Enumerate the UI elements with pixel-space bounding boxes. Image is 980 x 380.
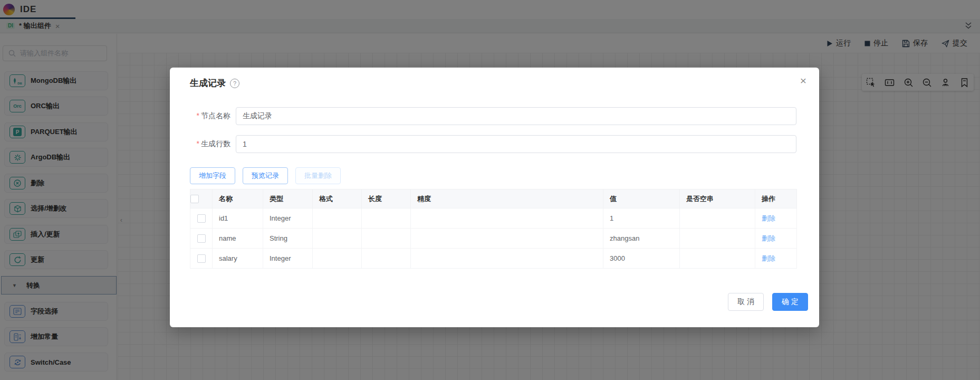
row-checkbox[interactable]: [197, 214, 206, 223]
col-header-action: 操作: [755, 189, 797, 208]
col-header-empty-string: 是否空串: [680, 189, 755, 208]
row-count-row: *生成行数: [190, 135, 796, 153]
node-name-row: *节点名称: [190, 107, 796, 125]
node-name-input[interactable]: [236, 107, 796, 125]
delete-row-link[interactable]: 删除: [762, 214, 775, 222]
col-header-type: 类型: [263, 189, 313, 208]
table-header-row: 名称 类型 格式 长度 精度 值 是否空串 操作: [190, 189, 797, 208]
preview-records-button[interactable]: 预览记录: [243, 167, 288, 184]
confirm-button[interactable]: 确 定: [772, 293, 808, 311]
field-actions-row: 增加字段 预览记录 批量删除: [190, 167, 341, 184]
node-name-label: *节点名称: [190, 111, 230, 121]
row-checkbox[interactable]: [197, 254, 206, 263]
col-header-precision: 精度: [411, 189, 603, 208]
modal-footer: 取 消 确 定: [728, 293, 808, 311]
required-asterisk: *: [197, 111, 199, 120]
select-all-checkbox[interactable]: [190, 195, 199, 203]
add-field-button[interactable]: 增加字段: [190, 167, 235, 184]
col-header-length: 长度: [362, 189, 411, 208]
table-row: name String zhangsan 删除: [190, 229, 797, 249]
delete-row-link[interactable]: 删除: [762, 254, 775, 262]
row-count-input[interactable]: [236, 135, 796, 153]
generate-records-modal: 生成记录 ? × *节点名称 *生成行数 增加字段 预览记录 批量删除: [170, 68, 819, 327]
delete-row-link[interactable]: 删除: [762, 234, 775, 242]
col-header-value: 值: [603, 189, 680, 208]
row-count-label: *生成行数: [190, 139, 230, 149]
modal-title: 生成记录 ?: [190, 77, 239, 89]
col-header-format: 格式: [313, 189, 362, 208]
table-row: salary Integer 3000 删除: [190, 249, 797, 269]
table-row: id1 Integer 1 删除: [190, 208, 797, 229]
col-header-name: 名称: [213, 189, 263, 208]
required-asterisk: *: [197, 139, 199, 148]
fields-table: 名称 类型 格式 长度 精度 值 是否空串 操作 id1 Integer: [190, 189, 797, 269]
help-icon[interactable]: ?: [230, 79, 239, 88]
cancel-button[interactable]: 取 消: [728, 293, 764, 311]
close-icon[interactable]: ×: [800, 75, 806, 86]
ide-screen: IDE DI * 输出组件 × 请输入组件名称 DB MongoDB输出 O: [0, 0, 980, 380]
row-checkbox[interactable]: [197, 234, 206, 243]
batch-delete-button[interactable]: 批量删除: [295, 167, 341, 184]
